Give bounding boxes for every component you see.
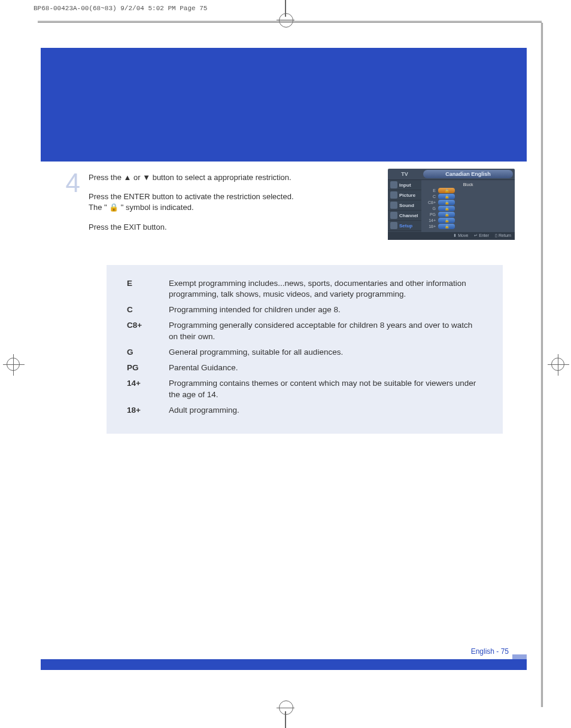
footer-band: [41, 659, 527, 670]
osd-pill-c8: 🔒: [438, 200, 455, 205]
rating-row-pg: PG Parental Guidance.: [127, 363, 482, 373]
rating-key: G: [127, 347, 153, 358]
osd-side-input: Input: [388, 180, 421, 190]
print-header: BP68-00423A-00(68~83) 9/2/04 5:02 PM Pag…: [34, 5, 207, 12]
osd-block-label: Block: [425, 182, 511, 187]
osd-footer-move: ⬍ Move: [453, 233, 468, 238]
rating-key: E: [127, 278, 153, 300]
rating-key: C: [127, 304, 153, 315]
rating-row-18: 18+ Adult programming.: [127, 405, 482, 416]
osd-side-channel: Channel: [388, 211, 421, 221]
rating-key: 14+: [127, 378, 153, 400]
crop-mark-left: [7, 358, 20, 371]
picture-icon: [390, 191, 397, 199]
osd-rating-c8: C8+: [425, 200, 436, 205]
osd-pill-pg: 🔒: [438, 212, 455, 217]
osd-rating-18: 18+: [425, 224, 436, 229]
crop-mark-right: [551, 358, 564, 371]
page: 4 Press the ▲ or ▼ button to select a ap…: [41, 48, 527, 670]
rating-row-c: C Programming intended for children unde…: [127, 304, 482, 315]
step-line-3: The " 🔒 " symbol is indicated.: [89, 203, 194, 212]
osd-pill-18: 🔒: [438, 224, 455, 229]
rating-desc: Programming contains themes or content w…: [169, 378, 482, 400]
step-number: 4: [61, 169, 80, 193]
crop-mark-top: [285, 0, 286, 17]
osd-side-picture: Picture: [388, 190, 421, 200]
page-number: English - 75: [471, 647, 509, 656]
osd-pill-e: 🔒: [438, 188, 455, 193]
rating-row-e: E Exempt programming includes...news, sp…: [127, 278, 482, 300]
input-icon: [390, 181, 397, 188]
step-text: Press the ▲ or ▼ button to select a appr…: [89, 169, 377, 233]
osd-tv-label: TV: [388, 169, 421, 179]
rating-desc: Programming generally considered accepta…: [169, 320, 482, 342]
osd-rating-14: 14+: [425, 218, 436, 223]
osd-main: Block E🔒 C🔒 C8+🔒 G🔒 PG🔒 14+🔒 18+🔒: [421, 180, 515, 232]
rating-key: PG: [127, 363, 153, 373]
rating-desc: Exempt programming includes...news, spor…: [169, 278, 482, 300]
rating-row-g: G General programming, suitable for all …: [127, 347, 482, 358]
rating-desc: Adult programming.: [169, 405, 482, 416]
channel-icon: [390, 212, 397, 219]
step-line-2: Press the ENTER button to activate the r…: [89, 192, 294, 201]
ratings-box: E Exempt programming includes...news, sp…: [107, 265, 503, 434]
content-area: 4 Press the ▲ or ▼ button to select a ap…: [41, 162, 527, 434]
osd-rating-c: C: [425, 194, 436, 199]
osd-footer-return: ▯ Return: [495, 233, 511, 238]
trim-line-top: [38, 21, 542, 23]
osd-side-setup: Setup: [388, 221, 421, 231]
osd-pill-14: 🔒: [438, 218, 455, 223]
step-row: 4 Press the ▲ or ▼ button to select a ap…: [89, 169, 515, 241]
rating-desc: Parental Guidance.: [169, 363, 482, 373]
rating-key: 18+: [127, 405, 153, 416]
rating-row-14: 14+ Programming contains themes or conte…: [127, 378, 482, 400]
rating-key: C8+: [127, 320, 153, 342]
osd-rating-e: E: [425, 188, 436, 193]
osd-side-sound: Sound: [388, 200, 421, 211]
trim-line-right: [541, 23, 543, 707]
crop-mark-bottom: [285, 711, 286, 728]
osd-title: Canadian English: [423, 170, 513, 178]
rating-desc: General programming, suitable for all au…: [169, 347, 482, 358]
rating-desc: Programming intended for children under …: [169, 304, 482, 315]
step-line-1: Press the ▲ or ▼ button to select a appr…: [89, 172, 377, 183]
osd-pill-c: 🔒: [438, 194, 455, 199]
osd-screenshot: TV Canadian English Input Picture Sound …: [388, 169, 515, 240]
osd-footer: ⬍ Move ↵ Enter ▯ Return: [388, 232, 515, 240]
osd-footer-enter: ↵ Enter: [474, 233, 489, 238]
osd-rating-g: G: [425, 206, 436, 211]
rating-row-c8: C8+ Programming generally considered acc…: [127, 320, 482, 342]
step-line-4: Press the EXIT button.: [89, 222, 377, 233]
sound-icon: [390, 202, 397, 209]
osd-rating-pg: PG: [425, 212, 436, 217]
setup-icon: [390, 222, 397, 229]
osd-pill-g: 🔒: [438, 206, 455, 211]
osd-sidebar: Input Picture Sound Channel Setup: [388, 180, 421, 232]
header-band: [41, 48, 527, 162]
